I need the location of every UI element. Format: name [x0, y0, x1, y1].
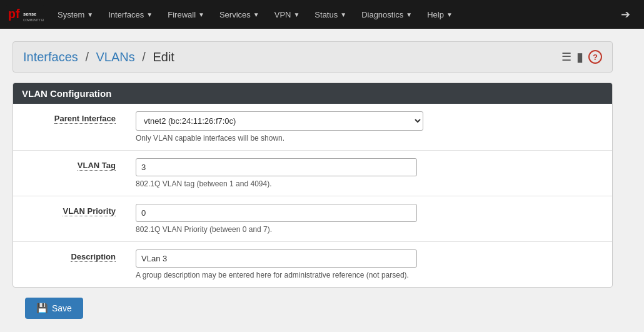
sliders-icon[interactable]: ☰ [561, 50, 571, 64]
parent-interface-label: Parent Interface [13, 104, 126, 151]
nav-services[interactable]: Services ▼ [212, 0, 267, 29]
description-input[interactable] [136, 249, 417, 268]
interfaces-caret: ▼ [146, 11, 153, 18]
system-caret: ▼ [87, 11, 93, 18]
nav-right: ➔ [613, 0, 638, 29]
breadcrumb-edit: Edit [153, 50, 174, 64]
breadcrumb-interfaces[interactable]: Interfaces [23, 50, 78, 64]
save-area: 💾 Save [13, 288, 613, 329]
parent-interface-select[interactable]: vtnet2 (bc:24:11:26:f7:0c) vtnet0 (bc:24… [136, 111, 423, 131]
form-table: Parent Interface vtnet2 (bc:24:11:26:f7:… [13, 104, 612, 287]
description-row: Description A group description may be e… [13, 242, 612, 288]
save-label: Save [52, 303, 72, 313]
vlan-tag-field: 802.1Q VLAN tag (between 1 and 4094). [126, 151, 612, 196]
brand-logo[interactable]: pf sense COMMUNITY EDITION [6, 3, 44, 26]
svg-text:sense: sense [23, 11, 36, 17]
breadcrumb-sep-2: / [142, 50, 149, 64]
nav-system[interactable]: System ▼ [50, 0, 101, 29]
nav-vpn[interactable]: VPN ▼ [267, 0, 308, 29]
help-circle-icon[interactable]: ? [588, 50, 602, 64]
description-field: A group description may be entered here … [126, 242, 612, 288]
nav-firewall[interactable]: Firewall ▼ [160, 0, 212, 29]
logout-button[interactable]: ➔ [613, 0, 638, 29]
nav-help[interactable]: Help ▼ [420, 0, 460, 29]
description-label: Description [13, 242, 126, 288]
diagnostics-caret: ▼ [406, 11, 412, 18]
vpn-caret: ▼ [293, 11, 299, 18]
nav-diagnostics[interactable]: Diagnostics ▼ [354, 0, 420, 29]
parent-interface-help: Only VLAN capable interfaces will be sho… [136, 134, 511, 143]
panel-body: Parent Interface vtnet2 (bc:24:11:26:f7:… [13, 104, 612, 287]
panel-title: VLAN Configuration [13, 83, 612, 104]
navbar: pf sense COMMUNITY EDITION System ▼ Inte… [0, 0, 644, 29]
services-caret: ▼ [253, 11, 259, 18]
nav-interfaces[interactable]: Interfaces ▼ [101, 0, 160, 29]
breadcrumb-sep-1: / [85, 50, 92, 64]
vlan-config-panel: VLAN Configuration Parent Interface vtne… [13, 83, 613, 288]
vlan-priority-row: VLAN Priority 802.1Q VLAN Priority (betw… [13, 196, 612, 242]
breadcrumb-vlans[interactable]: VLANs [96, 50, 135, 64]
firewall-caret: ▼ [198, 11, 204, 18]
save-button[interactable]: 💾 Save [25, 298, 83, 319]
logout-icon: ➔ [621, 8, 630, 21]
vlan-priority-field: 802.1Q VLAN Priority (between 0 and 7). [126, 196, 612, 242]
breadcrumb: Interfaces / VLANs / Edit [23, 50, 174, 64]
svg-text:COMMUNITY EDITION: COMMUNITY EDITION [23, 19, 44, 22]
help-caret: ▼ [446, 11, 453, 18]
svg-text:pf: pf [8, 7, 20, 21]
content-wrapper: Interfaces / VLANs / Edit ☰ ▮ ? VLAN Con… [0, 29, 625, 332]
vlan-tag-label: VLAN Tag [13, 151, 126, 196]
chart-icon[interactable]: ▮ [576, 49, 583, 64]
parent-interface-row: Parent Interface vtnet2 (bc:24:11:26:f7:… [13, 104, 612, 151]
status-caret: ▼ [340, 11, 346, 18]
parent-interface-field: vtnet2 (bc:24:11:26:f7:0c) vtnet0 (bc:24… [126, 104, 612, 151]
vlan-tag-row: VLAN Tag 802.1Q VLAN tag (between 1 and … [13, 151, 612, 196]
nav-status[interactable]: Status ▼ [307, 0, 354, 29]
breadcrumb-action-icons: ☰ ▮ ? [561, 49, 602, 64]
breadcrumb-bar: Interfaces / VLANs / Edit ☰ ▮ ? [13, 41, 613, 73]
vlan-tag-input[interactable] [136, 158, 417, 176]
vlan-priority-input[interactable] [136, 204, 417, 222]
description-help: A group description may be entered here … [136, 271, 511, 279]
save-icon: 💾 [36, 303, 48, 314]
vlan-priority-label: VLAN Priority [13, 196, 126, 242]
vlan-priority-help: 802.1Q VLAN Priority (between 0 and 7). [136, 225, 511, 234]
nav-menu: System ▼ Interfaces ▼ Firewall ▼ Service… [50, 0, 613, 29]
vlan-tag-help: 802.1Q VLAN tag (between 1 and 4094). [136, 179, 511, 188]
